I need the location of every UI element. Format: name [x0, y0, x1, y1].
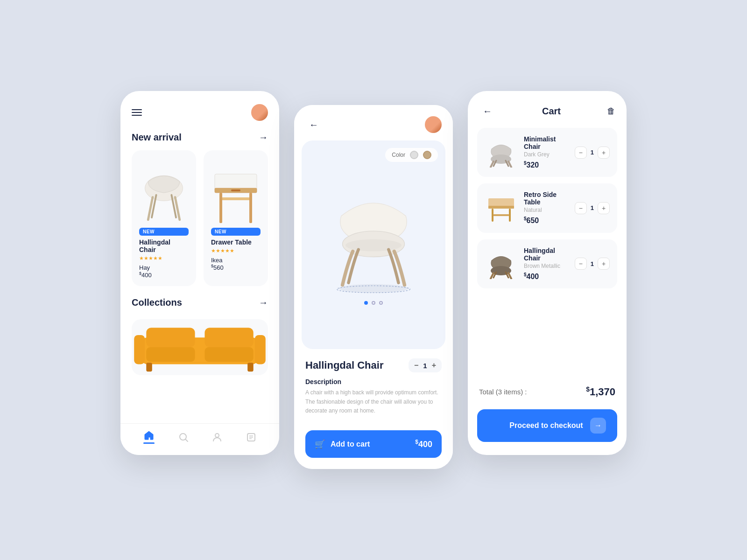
chair-illustration — [139, 162, 189, 223]
dot-1[interactable] — [364, 301, 368, 305]
cart-qty-increase-0[interactable]: + — [598, 147, 610, 159]
qty-increase[interactable]: + — [432, 361, 436, 370]
products-row: NEW Hallingdal Chair ★★★★★ Hay $400 — [120, 150, 279, 294]
svg-rect-15 — [204, 347, 253, 362]
cart-item-info-1: Retro Side Table Natural $650 — [524, 191, 568, 225]
cart-item-info-2: Hallingdal Chair Brown Metallic $400 — [524, 247, 568, 281]
product-info: Hallingdal Chair − 1 + Description A cha… — [294, 349, 453, 423]
cart-item-2: Hallingdal Chair Brown Metallic $400 − 1… — [477, 239, 617, 288]
collections-arrow[interactable]: → — [259, 297, 268, 308]
cart-item-name-1: Retro Side Table — [524, 191, 568, 206]
carousel-dots — [364, 301, 383, 305]
description-label: Description — [305, 378, 442, 385]
retro-table-img — [486, 193, 516, 223]
cart-item-name-2: Hallingdal Chair — [524, 247, 568, 262]
product-large-image — [322, 182, 425, 294]
collections-title: Collections — [132, 297, 182, 308]
avatar[interactable] — [251, 104, 268, 121]
cart-qty-increase-2[interactable]: + — [598, 258, 610, 270]
cart-item-img-1 — [485, 192, 517, 224]
cart-qty-decrease-2[interactable]: − — [575, 258, 587, 270]
cart-total-label: Total (3 items) : — [479, 388, 527, 396]
product-name-table: Drawer Table — [211, 238, 261, 246]
color-option-brown[interactable] — [423, 151, 431, 159]
dot-3[interactable] — [379, 301, 383, 305]
new-badge-table: NEW — [211, 228, 261, 236]
home-icon — [144, 430, 154, 441]
cart-qty-decrease-1[interactable]: − — [575, 202, 587, 214]
svg-rect-10 — [249, 193, 252, 223]
product-name-chair: Hallingdal Chair — [139, 238, 189, 253]
nav-home[interactable] — [143, 430, 155, 444]
screens-container: New arrival → — [102, 63, 645, 497]
cart-item-info-0: Minimalist Chair Dark Grey $320 — [524, 135, 568, 169]
screen-product-detail: ← Color — [294, 105, 453, 469]
product-image-chair — [139, 158, 189, 223]
cart-title: Cart — [496, 106, 607, 117]
cart-header: ← Cart 🗑 — [468, 91, 627, 128]
cart-total: Total (3 items) : $1,370 — [468, 378, 627, 406]
home-header — [120, 91, 279, 128]
svg-rect-8 — [219, 197, 252, 200]
add-to-cart-price: $400 — [415, 439, 432, 449]
sofa-illustration — [132, 319, 268, 375]
menu-button[interactable] — [132, 109, 142, 116]
product-image-table — [211, 158, 261, 223]
svg-rect-39 — [509, 209, 511, 222]
collections-section-header: Collections → — [120, 294, 279, 315]
user-icon — [246, 432, 256, 442]
svg-rect-18 — [134, 335, 145, 364]
svg-rect-16 — [146, 363, 152, 372]
product-brand-table: Ikea — [211, 257, 261, 264]
new-arrival-title: New arrival — [132, 132, 182, 143]
nav-user[interactable] — [246, 432, 256, 442]
collections-image — [132, 319, 268, 375]
checkout-arrow-icon: → — [590, 418, 606, 434]
cart-qty-1: − 1 + — [575, 202, 610, 214]
cart-item-price-2: $400 — [524, 272, 568, 281]
color-toggle[interactable]: Color — [385, 148, 438, 162]
color-option-grey[interactable] — [410, 151, 418, 159]
cart-item-price-1: $650 — [524, 216, 568, 225]
collections-area — [120, 315, 279, 375]
qty-value: 1 — [423, 362, 427, 370]
back-button[interactable]: ← — [305, 118, 322, 132]
product-card-table[interactable]: NEW Drawer Table ★★★★★ Ikea $560 — [204, 150, 268, 286]
cart-total-value: $1,370 — [586, 385, 615, 398]
cart-item-0: Minimalist Chair Dark Grey $320 − 1 + — [477, 128, 617, 177]
new-arrival-arrow[interactable]: → — [259, 132, 268, 143]
dot-2[interactable] — [372, 301, 375, 305]
screen-cart: ← Cart 🗑 — [468, 91, 627, 455]
product-card-chair[interactable]: NEW Hallingdal Chair ★★★★★ Hay $400 — [132, 150, 196, 286]
cart-qty-2: − 1 + — [575, 258, 610, 270]
svg-line-21 — [185, 439, 188, 441]
new-arrival-section-header: New arrival → — [120, 128, 279, 150]
nav-profile[interactable] — [212, 432, 222, 442]
svg-point-29 — [339, 284, 408, 292]
add-to-cart-label: Add to cart — [331, 440, 370, 448]
cart-item-variant-0: Dark Grey — [524, 151, 568, 158]
cart-item-1: Retro Side Table Natural $650 − 1 + — [477, 183, 617, 232]
product-stars-chair: ★★★★★ — [139, 255, 189, 261]
svg-rect-40 — [493, 214, 509, 216]
minimalist-chair-img — [486, 137, 516, 168]
nav-search[interactable] — [178, 432, 189, 442]
checkout-button[interactable]: Proceed to checkout → — [477, 409, 617, 442]
cart-qty-0: − 1 + — [575, 147, 610, 159]
qty-decrease[interactable]: − — [414, 361, 418, 370]
cart-back-button[interactable]: ← — [479, 104, 496, 119]
svg-rect-7 — [231, 189, 240, 191]
svg-rect-38 — [492, 209, 493, 222]
avatar-detail[interactable] — [425, 116, 442, 133]
cart-item-name-0: Minimalist Chair — [524, 135, 568, 150]
svg-rect-37 — [488, 206, 514, 209]
product-title: Hallingdal Chair — [305, 359, 383, 371]
product-price-table: $560 — [211, 264, 261, 271]
cart-qty-increase-1[interactable]: + — [598, 202, 610, 214]
cart-clear-button[interactable]: 🗑 — [607, 106, 615, 116]
new-badge-chair: NEW — [139, 228, 189, 236]
cart-qty-decrease-0[interactable]: − — [575, 147, 587, 159]
add-to-cart-button[interactable]: 🛒 Add to cart $400 — [305, 430, 442, 458]
svg-point-22 — [215, 434, 219, 437]
svg-rect-12 — [146, 328, 195, 348]
